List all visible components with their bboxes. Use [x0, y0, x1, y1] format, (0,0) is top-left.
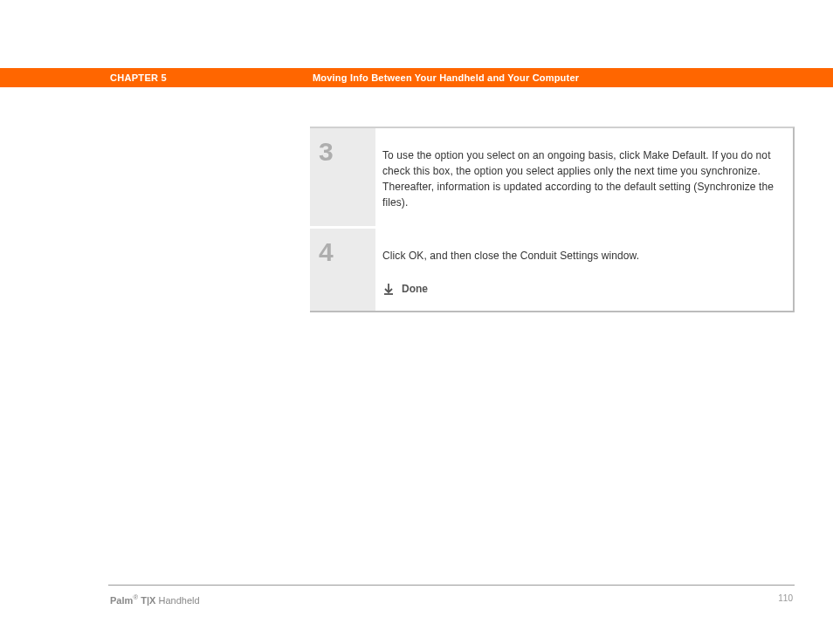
footer-model: T|X	[138, 595, 155, 606]
step-content-cell: Click OK, and then close the Conduit Set…	[375, 229, 793, 311]
step-row: 3 To use the option you select on an ong…	[310, 128, 793, 229]
steps-table: 3 To use the option you select on an ong…	[310, 127, 795, 312]
chapter-header-band: CHAPTER 5 Moving Info Between Your Handh…	[0, 68, 833, 87]
footer-product-name: Palm® T|X Handheld	[110, 593, 200, 606]
step-text: To use the option you select on an ongoi…	[382, 147, 777, 210]
footer-divider	[108, 585, 795, 586]
footer-brand: Palm	[110, 595, 133, 606]
step-content-cell: To use the option you select on an ongoi…	[375, 128, 793, 226]
done-label: Done	[402, 283, 428, 295]
chapter-label: CHAPTER 5	[110, 72, 167, 83]
step-row: 4 Click OK, and then close the Conduit S…	[310, 229, 793, 311]
step-text: Click OK, and then close the Conduit Set…	[382, 248, 777, 264]
down-arrow-icon	[382, 283, 395, 295]
footer-suffix: Handheld	[155, 595, 199, 606]
step-number: 3	[319, 139, 375, 165]
chapter-title: Moving Info Between Your Handheld and Yo…	[313, 72, 579, 83]
step-number: 4	[319, 239, 375, 265]
step-number-cell: 4	[310, 229, 375, 311]
done-indicator: Done	[382, 283, 777, 295]
step-number-cell: 3	[310, 128, 375, 226]
page-number: 110	[778, 593, 793, 603]
